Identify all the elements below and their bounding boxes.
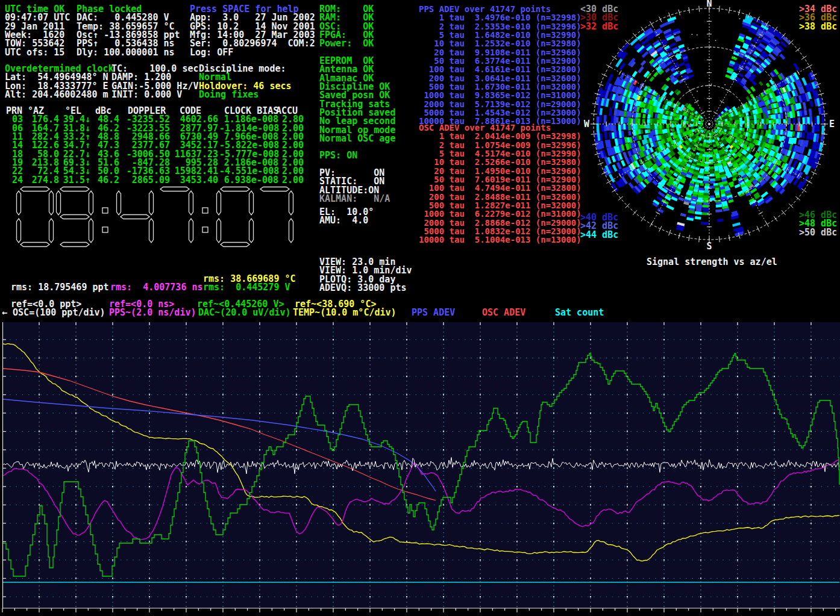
legend-osc-adev: OSC ADEV xyxy=(482,308,525,317)
pps-adev-table-row: 50 tau 6.3774e-011 (n=32900) xyxy=(419,57,581,65)
polar-caption: Signal strength vs az/el xyxy=(647,258,777,266)
scale-temp: TEMP~(10.0 m°C/div) xyxy=(293,308,396,317)
clock-segment xyxy=(260,187,289,191)
fix-flags-line: KALMAN: N/A xyxy=(319,194,390,203)
pps-adev-table-row: 5000 tau 1.4543e-012 (n=23000) xyxy=(419,108,581,117)
oscillator-status-line: Dly: 100.000001 ns xyxy=(77,48,180,57)
osc-adev-table-row: 1 tau 2.0414e-009 (n=32998) xyxy=(419,132,581,140)
oscillator-status: Phase lockedDAC: 0.445280 VTemp: 38.6596… xyxy=(77,5,180,57)
osc-adev-table-title: OSC ADEV over 41747 points xyxy=(419,123,551,132)
osc-adev-table-row: 10 tau 2.5266e-010 (n=32980) xyxy=(419,158,581,166)
pps-adev-table-row: 500 tau 1.6730e-011 (n=32000) xyxy=(419,82,581,91)
clock-segment xyxy=(89,191,93,215)
legend-pps-adev: PPS ADEV xyxy=(412,308,455,317)
discipline-mode: Discipline mode:NormalHoldover: 46 secsD… xyxy=(199,64,292,99)
pps-adev-table-row: 10 tau 1.2532e-010 (n=32980) xyxy=(419,39,581,48)
gps-status-list-line: Normal OSC age xyxy=(319,134,395,143)
hardware-status: ROM: OKRAM: OKOSC: OKFPGA: OKPower: OK xyxy=(319,5,374,48)
clock-segment xyxy=(60,187,89,191)
position-block: Overdetermined clockLat: 54.4964948° NLo… xyxy=(5,64,114,99)
legend-sat-count: Sat count xyxy=(555,308,604,317)
clock-segment xyxy=(17,219,21,243)
utc-status: UTC time OK09:47:07 UTC29 Jan 2011Week: … xyxy=(5,5,70,57)
clock-segment xyxy=(221,187,249,191)
receiver-info-line: Log: OFF xyxy=(190,48,315,57)
clock-segment xyxy=(117,191,121,215)
sat-row-cell: 274.8 xyxy=(24,176,59,184)
sat-row-cell: 2865.09 xyxy=(121,176,170,184)
pps-adev-table-row: 2000 tau 5.7139e-012 (n=29000) xyxy=(419,100,581,108)
osc-adev-table-row: 2000 tau 2.8868e-012 (n=29000) xyxy=(419,219,581,227)
sat-row-cell: 46.2 xyxy=(92,176,119,184)
osc-adev-table-row: 20 tau 1.4950e-010 (n=32960) xyxy=(419,167,581,175)
clock-segment xyxy=(217,191,221,215)
pps-adev-table-row: 1000 tau 9.8365e-012 (n=31000) xyxy=(419,91,581,99)
scale-pps: PPS~(2.0 ns/div) xyxy=(109,308,196,317)
osc-adev-table-row: 2 tau 1.0754e-009 (n=32996) xyxy=(419,141,581,149)
compass-label: N xyxy=(706,0,712,9)
rms-osc: rms: 18.795469 ppt xyxy=(11,283,109,291)
clock-segment xyxy=(189,191,193,215)
sat-row-cell: 6.938e-008 xyxy=(219,176,278,184)
clock-segment xyxy=(289,219,293,243)
clock-segment xyxy=(121,215,149,219)
osc-adev-table-row: 1000 tau 6.2279e-012 (n=31000) xyxy=(419,210,581,218)
discipline-mode-line: Doing fixes xyxy=(199,90,292,99)
pps-adev-table-row: 2 tau 2.5353e-010 (n=32996) xyxy=(419,22,581,31)
osc-adev-table-row: 5 tau 4.5174e-010 (n=32990) xyxy=(419,149,581,158)
osc-adev-table-row: 50 tau 7.6019e-011 (n=32900) xyxy=(419,175,581,184)
view-block-line: ADEVQ: 33000 pts xyxy=(319,284,412,292)
fix-flags: PV: ONSTATIC: ONALTITUDE:ONKALMAN: N/A xyxy=(319,169,390,203)
rms-pps: rms: 4.007736 ns xyxy=(110,283,203,291)
osc-adev-table-row: 5000 tau 1.0832e-012 (n=23000) xyxy=(419,227,581,235)
clock-segment xyxy=(149,191,154,215)
scale-dac: DAC~(20.0 uV/div) xyxy=(198,308,291,317)
clock-segment xyxy=(60,215,89,219)
clock-segment xyxy=(217,219,221,243)
scale-osc: ← OSC=(100 ppt/div) xyxy=(2,308,105,317)
clock-segment xyxy=(49,219,54,243)
pps-adev-table-row: 1 tau 3.4976e-010 (n=32998) xyxy=(419,13,581,22)
view-block: VIEW: 23.0 minVIEW: 1.0 min/divPLOTQ: 3.… xyxy=(319,258,412,292)
clock-segment xyxy=(160,187,189,191)
clock-segment xyxy=(17,191,21,215)
clock-segment xyxy=(189,219,193,243)
clock-segment xyxy=(20,187,49,191)
utc-status-line: UTC ofs: 15 xyxy=(5,48,70,57)
clock-segment xyxy=(249,219,254,243)
osc-adev-table-row: 500 tau 1.2827e-011 (n=32000) xyxy=(419,201,581,210)
mask-block-line: AMU: 4.0 xyxy=(319,216,374,225)
sat-row-cell: 24 xyxy=(5,176,23,184)
pps-adev-table-row: 200 tau 3.0641e-011 (n=32600) xyxy=(419,74,581,82)
compass-label: S xyxy=(706,241,712,252)
pps-state: PPS: ON xyxy=(319,151,357,160)
sat-row-cell: 2.00 xyxy=(280,176,304,184)
compass-label: W xyxy=(584,119,590,129)
hardware-status-line: Power: OK xyxy=(319,39,374,48)
mask-block: EL: 10.0°AMU: 4.0 xyxy=(319,208,374,225)
receiver-info: Press SPACE for helpApp: 3.0 27 Jun 2002… xyxy=(190,5,315,57)
clock-segment xyxy=(57,191,61,215)
osc-adev-table-row: 200 tau 2.8488e-011 (n=32600) xyxy=(419,193,581,201)
clock-segment xyxy=(20,243,49,247)
pps-state-line: PPS: ON xyxy=(319,151,357,160)
gps-status-list: EEPROM OKAntenna OKAlmanac OKDiscipline … xyxy=(319,57,395,143)
clock-segment xyxy=(221,243,249,247)
sat-row-cell: 31.5↑ xyxy=(60,176,90,184)
clock-segment xyxy=(289,191,293,215)
clock-segment xyxy=(49,191,54,215)
position-block-line: Alt: 204.46002480 m xyxy=(5,90,114,99)
pps-adev-table-row: 100 tau 4.6161e-011 (n=32800) xyxy=(419,65,581,73)
clock-segment xyxy=(149,219,154,243)
pps-adev-table-title: PPS ADEV over 41747 points xyxy=(419,5,551,13)
strip-chart xyxy=(0,321,840,616)
loop-params: TC: 100.0 secDAMP: 1.200GAIN:-5.000 Hz/V… xyxy=(111,64,199,99)
sat-row-cell: 3453.40 xyxy=(171,176,218,184)
osc-adev-table-row: 10000 tau 5.1004e-013 (n=13000) xyxy=(419,235,581,244)
clock-segment xyxy=(89,219,93,243)
digital-clock xyxy=(14,185,304,251)
pps-adev-table-row: 20 tau 9.9108e-011 (n=32960) xyxy=(419,48,581,57)
loop-params-line: INIT: 0.000 V xyxy=(111,90,199,99)
rms-dac: rms: 0.445279 V xyxy=(203,283,290,291)
polar-signal-map: NSEW xyxy=(578,0,840,255)
